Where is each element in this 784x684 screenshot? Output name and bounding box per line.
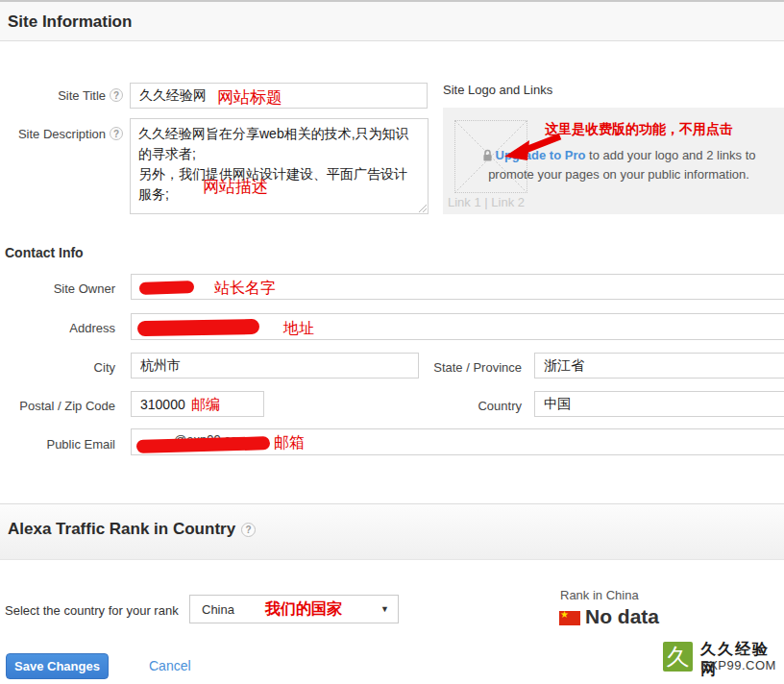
country-field-wrap: [534, 391, 784, 417]
city-label: City: [94, 360, 115, 375]
site-title-label: Site Title: [58, 88, 106, 103]
chevron-down-icon: ▼: [380, 604, 389, 614]
save-button[interactable]: Save Changes: [6, 653, 109, 679]
site-description-textarea[interactable]: 久久经验网旨在分享web相关的技术,只为知识的寻求者; 另外，我们提供网站设计建…: [130, 118, 429, 214]
site-logo-label-row: Site Logo and Links: [443, 82, 552, 97]
page-title: Site Information: [0, 2, 784, 41]
country-select[interactable]: China 我们的国家 ▼: [189, 595, 399, 623]
site-settings-page: Site Information Site Title ? 网站标题 Site …: [0, 0, 784, 684]
site-owner-label-row: Site Owner: [0, 281, 115, 296]
state-input[interactable]: [535, 354, 784, 378]
public-email-label-row: Public Email: [0, 436, 115, 452]
site-owner-field-wrap: 站长名字: [131, 274, 784, 300]
rank-select-label: Select the country for your rank: [5, 603, 179, 618]
help-icon[interactable]: ?: [110, 88, 123, 102]
alexa-rank-section-header: Alexa Traffic Rank in Country ?: [0, 503, 784, 560]
country-label: Country: [478, 399, 522, 413]
link-placeholders: Link 1 | Link 2: [448, 195, 525, 209]
site-owner-label: Site Owner: [54, 281, 115, 296]
page-header: Site Information: [0, 0, 784, 41]
flag-star-icon: ★: [560, 611, 569, 620]
address-field-wrap: 地址: [131, 313, 784, 340]
help-icon[interactable]: ?: [110, 127, 123, 140]
site-logo-label: Site Logo and Links: [443, 83, 552, 97]
site-description-text: 久久经验网旨在分享web相关的技术,只为知识的寻求者; 另外，我们提供网站设计建…: [138, 124, 420, 205]
country-input[interactable]: [535, 392, 784, 416]
site-title-label-row: Site Title ?: [0, 87, 123, 103]
site-description-label: Site Description: [18, 127, 106, 141]
public-email-field-wrap: @exp99.com 邮箱: [131, 428, 784, 455]
site-logo-promo-box: Upgrade to Pro to add your logo and 2 li…: [443, 108, 784, 214]
site-title-field-wrap: 网站标题: [130, 83, 428, 109]
state-field-wrap: [534, 353, 784, 379]
address-label-row: Address: [0, 320, 115, 335]
rank-select-label-row: Select the country for your rank: [5, 602, 179, 618]
upgrade-annotation: 这里是收费版的功能，不用点击: [545, 121, 733, 138]
red-arrow-icon: [502, 131, 564, 163]
city-input[interactable]: [132, 354, 418, 378]
state-label-row: State / Province: [426, 359, 522, 375]
address-label: Address: [69, 321, 115, 335]
public-email-label: Public Email: [46, 437, 115, 452]
lock-icon: [482, 149, 493, 161]
city-label-row: City: [0, 359, 115, 375]
postal-label: Postal / Zip Code: [19, 399, 115, 413]
city-field-wrap: [131, 353, 419, 379]
brand-logo-icon: 久: [663, 642, 693, 672]
site-title-input[interactable]: [131, 84, 427, 108]
cancel-link[interactable]: Cancel: [149, 658, 191, 673]
redaction-scribble: [137, 319, 259, 336]
brand-domain: EXP99.COM: [700, 658, 776, 672]
help-icon[interactable]: ?: [241, 523, 256, 537]
site-description-label-row: Site Description ?: [0, 126, 123, 141]
country-select-value: China: [202, 602, 234, 617]
rank-in-country-label: Rank in China: [560, 588, 639, 602]
contact-info-heading: Contact Info: [5, 245, 84, 260]
rank-value: No data: [585, 605, 659, 628]
china-flag-icon: ★: [559, 611, 580, 625]
country-select-annotation: 我们的国家: [265, 599, 342, 620]
postal-field-wrap: 邮编: [131, 391, 264, 417]
state-label: State / Province: [433, 360, 522, 375]
site-owner-input[interactable]: [132, 275, 784, 299]
postal-label-row: Postal / Zip Code: [0, 398, 115, 413]
alexa-rank-heading: Alexa Traffic Rank in Country: [8, 520, 235, 539]
postal-input[interactable]: [132, 392, 263, 416]
redaction-scribble: [139, 281, 194, 295]
alexa-rank-heading-row: Alexa Traffic Rank in Country ?: [0, 504, 784, 539]
country-label-row: Country: [426, 398, 522, 413]
